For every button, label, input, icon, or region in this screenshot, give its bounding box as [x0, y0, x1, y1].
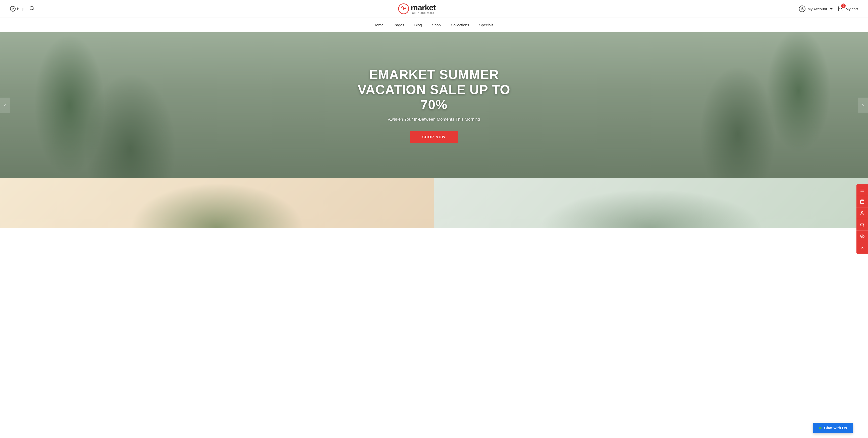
logo[interactable]: market all in one store — [398, 3, 436, 14]
cart-badge: 0 — [841, 3, 846, 8]
cart-icon-wrap: 0 — [838, 5, 844, 12]
sidebar-search-button[interactable] — [857, 219, 868, 228]
header-right: My Account 0 My cart — [799, 5, 858, 12]
account-button[interactable]: My Account — [799, 5, 833, 12]
user-sidebar-icon — [860, 211, 865, 215]
account-label: My Account — [807, 7, 827, 11]
bottom-right-panel — [434, 178, 868, 228]
cart-sidebar-icon — [860, 199, 865, 204]
nav-shop[interactable]: Shop — [432, 22, 441, 28]
shop-now-button[interactable]: SHOP NOW — [410, 131, 458, 143]
header: ? Help market all in one store My A — [0, 0, 868, 18]
right-sidebar — [857, 184, 868, 228]
svg-point-11 — [861, 223, 864, 226]
logo-tagline: all in one store — [411, 11, 436, 14]
nav-collections[interactable]: Collections — [451, 22, 469, 28]
hero-content: EMARKET SUMMER VACATION SALE UP TO 70% A… — [346, 67, 522, 143]
cart-button[interactable]: 0 My cart — [838, 5, 858, 12]
nav-specials[interactable]: Specials! — [479, 22, 495, 28]
sidebar-user-button[interactable] — [857, 207, 868, 219]
svg-line-12 — [863, 226, 864, 226]
hero-prev-button[interactable]: ‹ — [0, 98, 10, 113]
logo-name: market — [411, 3, 436, 11]
cart-label: My cart — [846, 7, 858, 11]
main-nav: Home Pages Blog Shop Collections Special… — [0, 18, 868, 32]
logo-text: market all in one store — [411, 3, 436, 14]
svg-point-3 — [403, 8, 404, 9]
search-button[interactable] — [29, 6, 34, 12]
hero-section: ‹ EMARKET SUMMER VACATION SALE UP TO 70%… — [0, 32, 868, 178]
help-label: Help — [17, 7, 24, 11]
svg-line-1 — [33, 9, 34, 10]
sidebar-cart-button[interactable] — [857, 196, 868, 207]
svg-point-4 — [802, 7, 803, 9]
svg-point-10 — [862, 211, 863, 213]
hero-next-button[interactable]: › — [858, 98, 868, 113]
plant-decoration-right — [521, 183, 781, 228]
hero-title: EMARKET SUMMER VACATION SALE UP TO 70% — [351, 67, 517, 112]
nav-blog[interactable]: Blog — [414, 22, 422, 28]
bottom-left-panel — [0, 178, 434, 228]
sidebar-menu-button[interactable] — [857, 184, 868, 196]
svg-point-0 — [30, 6, 33, 9]
chevron-down-icon — [830, 8, 833, 9]
nav-pages[interactable]: Pages — [394, 22, 404, 28]
search-sidebar-icon — [860, 223, 865, 227]
plant-decoration-left — [130, 183, 304, 228]
help-icon: ? — [10, 6, 16, 11]
hero-subtitle: Awaken Your In-Between Moments This Morn… — [351, 117, 517, 122]
logo-icon — [398, 3, 409, 14]
account-icon — [799, 5, 805, 12]
help-button[interactable]: ? Help — [10, 6, 24, 11]
nav-home[interactable]: Home — [373, 22, 383, 28]
menu-icon — [860, 188, 865, 193]
header-left: ? Help — [10, 6, 34, 12]
bottom-section — [0, 178, 868, 228]
